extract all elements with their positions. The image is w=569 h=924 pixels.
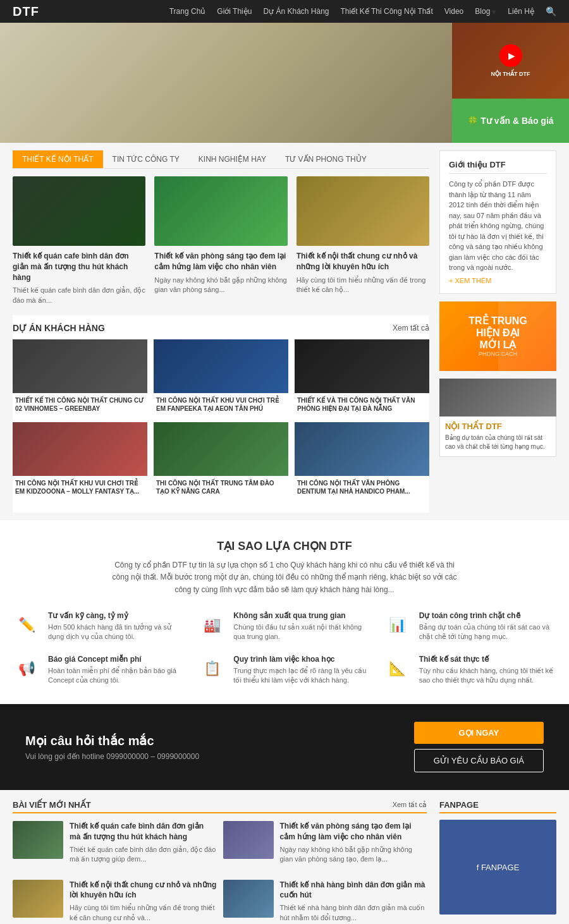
post-thumbnail [13,880,63,918]
project-image [13,422,147,476]
project-title: THI CÔNG NỘI THẤT KHU VUI CHƠI TRẺ EM KI… [13,476,147,499]
nav-projects[interactable]: Dự Án Khách Hàng [263,7,329,16]
main-nav: Trang Chủ Giới Thiệu Dự Án Khách Hàng Th… [169,6,556,16]
why-icon: 🏭 [198,611,226,639]
tab-tu-van[interactable]: TƯ VẤN PHONG THỦY [276,150,376,168]
article-card[interactable]: Thiết kế văn phòng sáng tạo đem lại cảm … [154,176,287,305]
post-thumbnail [223,880,274,918]
nav-home[interactable]: Trang Chủ [169,7,206,16]
why-text: Dự toán công trình chặt chẽ Bảng dự toán… [419,611,556,642]
tab-tin-tuc[interactable]: TIN TỨC CÔNG TY [103,150,189,168]
banner1-line1: TRẺ TRUNG [468,315,527,327]
why-item-title: Quy trình làm việc khoa học [233,655,370,664]
post-title: Thiết kế nội thất chung cư nhỏ và những … [70,880,217,901]
sidebar-intro-title: Giới thiệu DTF [449,160,547,174]
why-icon: ✏️ [13,611,40,639]
sidebar-banner2-desc: Bảng dự toán của chúng tôi rất sát cao v… [445,434,551,451]
why-item: 📊 Dự toán công trình chặt chẽ Bảng dự to… [384,611,556,642]
why-subtitle: Công ty cổ phần DTF tự tin là sự lựa chọ… [111,559,458,596]
post-title: Thiết kế nhà hàng bình dân đơn giản mà c… [280,880,427,901]
tab-kinh-nghiem[interactable]: KINH NGHIỆM HAY [189,150,276,168]
post-item[interactable]: Thiết kế nhà hàng bình dân đơn giản mà c… [223,880,427,923]
post-thumbnail [13,821,63,859]
post-title: Thiết kế văn phòng sáng tạo đem lại cảm … [280,821,427,842]
project-image [154,339,288,393]
hero-section: NỘI THẤT DTF 🍀 Tư vấn & Báo giá [0,23,569,143]
sidebar: Giới thiệu DTF Công ty cổ phần DTF được … [439,150,556,513]
why-item-title: Không sản xuất qua trung gian [233,611,370,620]
project-image [13,339,147,393]
sidebar-banner2-text: NỘI THẤT DTF Bảng dự toán của chúng tôi … [439,416,556,457]
article-image [297,176,429,246]
post-item[interactable]: Thiết kế quán cafe bình dân đơn giản mà … [13,821,217,864]
post-desc: Ngày nay không khó bắt gặp những không g… [280,845,427,865]
why-text: Tư vấn kỹ càng, tỷ mỷ Hơn 500 khách hàng… [48,611,185,642]
posts-section: BÀI VIẾT MỚI NHẤT Xem tất cả Thiết kế qu… [0,790,569,924]
sidebar-intro-more[interactable]: + XEM THÊM [449,277,547,284]
why-text: Quy trình làm việc khoa học Trung thực m… [233,655,370,686]
project-card[interactable]: THI CÔNG NỘI THẤT KHU VUI CHƠI TRẺ EM FA… [154,339,288,416]
nav-blog[interactable]: Blog [475,7,490,16]
article-title: Thiết kế quán cafe bình dân đơn giản mà … [13,251,145,283]
why-item: 📢 Báo giá Concept miễn phí Hoàn toàn miễ… [13,655,185,686]
project-card[interactable]: THIẾT KẾ THI CÔNG NỘI THẤT CHUNG CƯ 02 V… [13,339,147,416]
site-logo[interactable]: DTF [13,4,39,19]
why-text: Không sản xuất qua trung gian Chúng tôi … [233,611,370,642]
call-button[interactable]: GỌI NGAY [414,722,544,744]
nav-video[interactable]: Video [444,7,463,16]
sidebar-banner2-image [439,379,556,416]
play-button[interactable] [499,44,522,67]
project-card[interactable]: THI CÔNG NỘI THẤT KHU VUI CHƠI TRẺ EM KI… [13,422,147,499]
why-item-desc: Hơn 500 khách hàng đã tin tưởng và sử dụ… [48,623,185,642]
nav-about[interactable]: Giới Thiệu [217,7,252,16]
why-item-desc: Hoàn toàn miễn phí để nhận bản báo giá C… [48,666,185,686]
nav-contact[interactable]: Liên Hệ [508,7,534,16]
cta-banner[interactable]: 🍀 Tư vấn & Báo giá [452,99,569,143]
post-item[interactable]: Thiết kế văn phòng sáng tạo đem lại cảm … [223,821,427,864]
banner1-line3: MỚI LẠ [468,339,527,351]
fanpage-title: FANPAGE [439,800,556,813]
banner1-line2: HIỆN ĐẠI [468,327,527,339]
cta-buttons: GỌI NGAY GỬI YÊU CẦU BÁO GIÁ [414,722,544,772]
tab-thiet-ke[interactable]: THIẾT KẾ NỘI THẤT [13,150,103,168]
search-icon[interactable]: 🔍 [546,6,556,16]
hero-video-widget[interactable]: NỘI THẤT DTF [452,23,569,99]
posts-header: BÀI VIẾT MỚI NHẤT Xem tất cả [13,800,427,813]
posts-see-all[interactable]: Xem tất cả [393,801,427,809]
posts-title: BÀI VIẾT MỚI NHẤT [13,800,91,810]
why-icon: 📐 [384,655,412,683]
banner1-sub: PHONG CÁCH [468,351,527,357]
sidebar-intro: Giới thiệu DTF Công ty cổ phần DTF được … [439,150,556,294]
project-card[interactable]: THI CÔNG NỘI THẤT TRUNG TÂM ĐÀO TẠO KỸ N… [154,422,288,499]
article-card[interactable]: Thiết kế nội thất chung cư nhỏ và những … [297,176,429,305]
project-title: THI CÔNG NỘI THẤT KHU VUI CHƠI TRẺ EM FA… [154,393,288,416]
article-image [154,176,287,246]
projects-grid: THIẾT KẾ THI CÔNG NỘI THẤT CHUNG CƯ 02 V… [13,339,429,499]
sidebar-intro-text: Công ty cổ phần DTF được thành lập từ th… [449,179,547,273]
fanpage-widget[interactable]: f FANPAGE [439,820,556,915]
why-text: Thiết kế sát thực tế Tùy nhu cầu khách h… [419,655,556,686]
project-card[interactable]: THIẾT KẾ VÀ THI CÔNG NỘI THẤT VĂN PHÒNG … [295,339,429,416]
article-desc: Ngày nay không khó bắt gặp những không g… [154,276,287,295]
article-title: Thiết kế văn phòng sáng tạo đem lại cảm … [154,251,287,272]
why-item: 🏭 Không sản xuất qua trung gian Chúng tô… [198,611,370,642]
projects-section: DỰ ÁN KHÁCH HÀNG Xem tất cả THIẾT KẾ THI… [13,315,429,513]
why-item-desc: Tùy nhu cầu khách hàng, chúng tôi thiết … [419,666,556,686]
project-card[interactable]: THI CÔNG NỘI THẤT VĂN PHÒNG DENTIUM TẠI … [295,422,429,499]
hero-side: NỘI THẤT DTF 🍀 Tư vấn & Báo giá [452,23,569,143]
nav-design[interactable]: Thiết Kế Thi Công Nội Thất [341,7,433,16]
why-item-title: Thiết kế sát thực tế [419,655,556,664]
hero-main-image [0,23,452,143]
project-title: THIẾT KẾ THI CÔNG NỘI THẤT CHUNG CƯ 02 V… [13,393,147,416]
why-item: 📋 Quy trình làm việc khoa học Trung thực… [198,655,370,686]
article-card[interactable]: Thiết kế quán cafe bình dân đơn giản mà … [13,176,145,305]
hero-interior-image [0,23,452,143]
quote-button[interactable]: GỬI YÊU CẦU BÁO GIÁ [414,749,544,772]
cta-section: Mọi câu hỏi thắc mắc Vui lòng gọi đến ho… [0,704,569,790]
post-desc: Hãy cùng tôi tìm hiểu những vấn đề trong… [70,903,217,923]
projects-header: DỰ ÁN KHÁCH HÀNG Xem tất cả [13,323,429,333]
cta-title: Mọi câu hỏi thắc mắc [25,733,199,748]
cta-icon: 🍀 [467,116,478,126]
post-item[interactable]: Thiết kế nội thất chung cư nhỏ và những … [13,880,217,923]
projects-see-all[interactable]: Xem tất cả [393,324,429,332]
